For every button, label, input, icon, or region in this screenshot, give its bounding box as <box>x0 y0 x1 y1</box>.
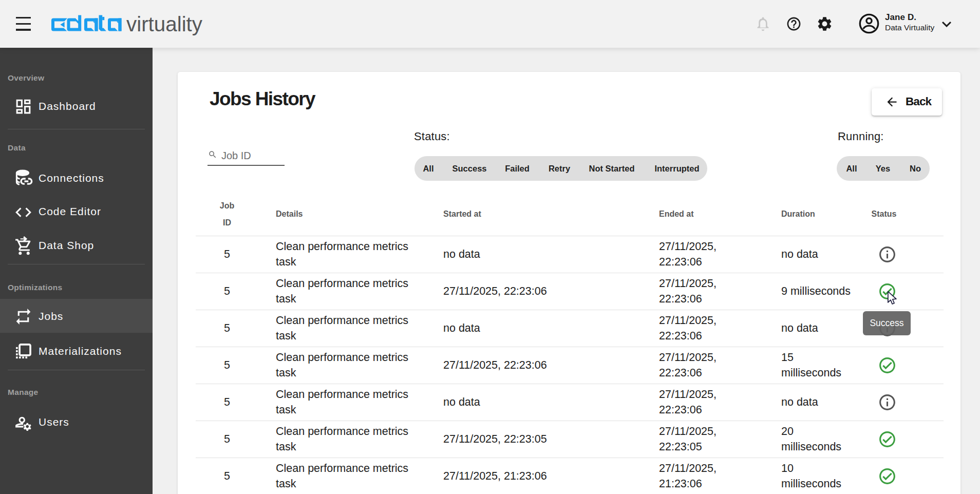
svg-text:virtuality: virtuality <box>126 13 202 35</box>
